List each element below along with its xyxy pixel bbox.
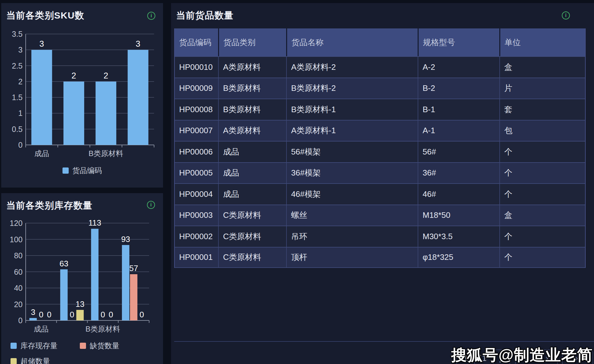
table-row-HP00001[interactable]: HP00001C类原材料顶杆φ18*325个 [175,247,585,268]
svg-text:40: 40 [14,284,23,292]
bar-超储数量 [76,310,84,320]
svg-text:113: 113 [88,218,101,227]
cell: 36#模架 [286,163,418,184]
legend-item-缺货数量[interactable]: 缺货数量 [80,341,149,351]
svg-text:80: 80 [14,251,23,260]
info-glyph: i [565,13,566,18]
svg-text:3: 3 [18,45,23,54]
bar-库存现存量 [60,269,68,320]
inventory-bar-chart: 020406080100120363113930005701300成品B类原材料 [1,193,163,364]
svg-text:0: 0 [70,310,74,319]
svg-text:120: 120 [10,219,23,227]
cell: HP00010 [175,57,218,78]
cell: 56#模架 [286,142,418,162]
svg-text:0: 0 [18,141,23,149]
svg-text:63: 63 [59,259,68,268]
svg-text:1: 1 [18,109,23,117]
svg-text:0: 0 [140,310,144,319]
svg-text:B类原材料: B类原材料 [88,149,123,158]
cell: A类原材料 [218,121,286,141]
legend-item-超储数量[interactable]: 超储数量 [11,356,80,364]
cell: 吊环 [286,226,418,247]
svg-text:成品: 成品 [34,149,49,158]
svg-text:3: 3 [136,39,140,49]
table-header-row: 货品编码货品类别货品名称规格型号单位 [175,28,585,56]
legend-item-货品编码[interactable]: 货品编码 [62,166,102,176]
cell: HP00003 [175,205,218,226]
sku-chart-panel: 当前各类别SKU数 i 00.511.522.533.53223成品B类原材料 … [1,3,163,188]
column-header-货品类别: 货品类别 [218,28,286,56]
cell: 包 [499,121,586,141]
cell: HP00008 [175,99,218,120]
column-header-货品名称: 货品名称 [286,28,418,56]
table-row-HP00004[interactable]: HP00004成品46#模架46#个 [175,183,585,205]
table-row-HP00005[interactable]: HP00005成品36#模架36#个 [175,162,585,184]
svg-text:3: 3 [31,307,35,317]
svg-text:100: 100 [10,235,23,244]
svg-text:0: 0 [101,310,105,319]
cell: HP00009 [175,78,218,99]
bar-缺货数量 [130,274,137,320]
cell: 成品 [218,163,286,184]
svg-text:2: 2 [18,77,23,86]
watermark: 搜狐号@制造业老简 [451,345,593,364]
cell: 成品 [218,184,286,205]
svg-text:2.5: 2.5 [12,61,23,70]
cell: 套 [499,99,586,120]
sku-bar-chart: 00.511.522.533.53223成品B类原材料 [1,3,163,188]
cell: HP00006 [175,142,218,162]
svg-text:3: 3 [39,39,44,49]
cell: 个 [499,184,586,205]
svg-text:B类原材料: B类原材料 [85,325,120,333]
cell: A-1 [418,121,499,141]
legend-label: 库存现存量 [20,341,58,351]
legend-swatch [11,343,17,349]
bar-库存现存量 [122,245,129,320]
cell: B类原材料-1 [286,99,418,120]
svg-text:1.5: 1.5 [12,93,23,102]
inventory-chart-panel: 当前各类别库存数量 i 0204060801001203631139300057… [1,193,163,364]
cell: 个 [499,163,586,184]
svg-text:成品: 成品 [34,325,49,333]
legend-swatch [11,358,17,364]
table-footer-divider [174,341,594,342]
cell: A类原材料 [218,57,286,78]
inventory-chart-legend: 库存现存量缺货数量超储数量 [11,341,156,364]
bar-库存现存量 [29,318,37,320]
table-row-HP00007[interactable]: HP00007A类原材料A类原材料-1A-1包 [175,120,585,141]
table-row-HP00003[interactable]: HP00003C类原材料螺丝M18*50盒 [175,205,585,226]
table-row-HP00008[interactable]: HP00008B类原材料B类原材料-1B-1套 [175,99,585,120]
svg-text:13: 13 [75,299,84,309]
cell: A类原材料-2 [286,57,418,78]
legend-label: 超储数量 [20,356,50,364]
bar-货品编码 [31,50,52,145]
cell: 成品 [218,142,286,162]
table-row-HP00002[interactable]: HP00002C类原材料吊环M30*3.5个 [175,226,585,247]
cell: A类原材料-1 [286,121,418,141]
bar-货品编码 [63,82,84,145]
cell: C类原材料 [218,226,286,247]
cell: 螺丝 [286,205,418,226]
goods-table-panel: 当前货品数量 i 货品编码货品类别货品名称规格型号单位HP00010A类原材料A… [171,3,594,364]
cell: 56# [418,142,499,162]
cell: C类原材料 [218,205,286,226]
table-row-HP00006[interactable]: HP00006成品56#模架56#个 [175,141,585,162]
table-row-HP00010[interactable]: HP00010A类原材料A类原材料-2A-2盒 [175,56,585,78]
cell: C类原材料 [218,248,286,268]
bar-货品编码 [128,50,148,145]
cell: 个 [499,226,586,247]
cell: HP00001 [175,248,218,268]
legend-item-库存现存量[interactable]: 库存现存量 [11,341,80,351]
cell: 36# [418,163,499,184]
svg-text:57: 57 [129,264,138,273]
cell: φ18*325 [418,248,499,268]
svg-text:0: 0 [109,310,113,319]
info-icon[interactable]: i [562,11,570,19]
svg-text:93: 93 [121,235,130,244]
table-row-HP00009[interactable]: HP00009B类原材料B类原材料-2B-2片 [175,78,585,99]
panel-title-goods: 当前货品数量 [176,9,234,22]
column-header-规格型号: 规格型号 [418,28,499,56]
svg-text:2: 2 [104,71,108,80]
goods-table: 货品编码货品类别货品名称规格型号单位HP00010A类原材料A类原材料-2A-2… [174,28,586,268]
cell: HP00004 [175,184,218,205]
